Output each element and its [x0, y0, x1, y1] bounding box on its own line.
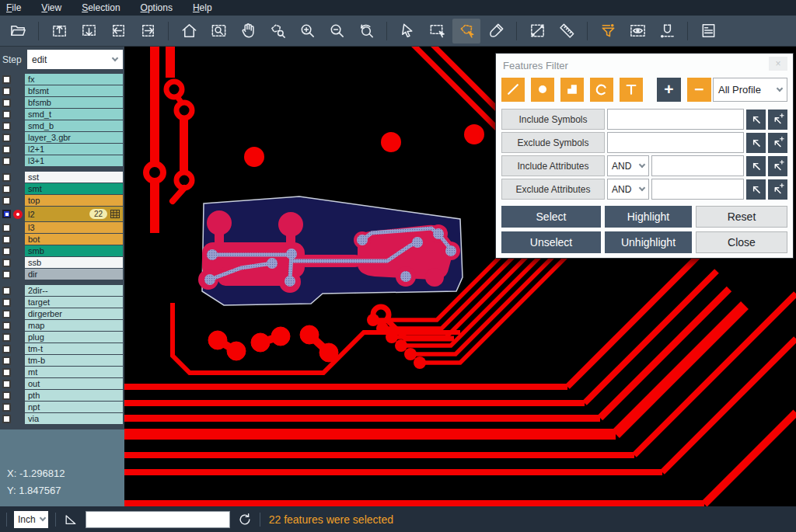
pick-from-canvas-icon[interactable]: [746, 179, 766, 200]
layer-visibility-checkbox[interactable]: [2, 157, 11, 165]
unselect-button[interactable]: Unselect: [501, 231, 601, 253]
layer-row-2dir--[interactable]: 2dir--: [0, 285, 124, 296]
layer-row-l3[interactable]: l3: [0, 222, 124, 233]
layer-visibility-checkbox[interactable]: [2, 99, 11, 107]
layer-visibility-checkbox[interactable]: [2, 310, 11, 318]
add-filter-button[interactable]: +: [657, 78, 681, 102]
home-view-button[interactable]: [175, 19, 203, 43]
layer-visibility-checkbox[interactable]: [2, 259, 11, 267]
exclude-symbols-button[interactable]: Exclude Symbols: [501, 132, 605, 153]
include-attributes-button[interactable]: Include Attributes: [501, 155, 605, 176]
text-feature-button[interactable]: [620, 78, 643, 102]
zoom-out-button[interactable]: [323, 19, 351, 43]
polygon-select-button[interactable]: [452, 19, 480, 43]
layer-visibility-checkbox[interactable]: [2, 210, 11, 218]
layer-visibility-checkbox[interactable]: [2, 403, 11, 412]
menu-options[interactable]: Options: [141, 2, 173, 13]
layer-row-fx[interactable]: fx: [0, 74, 124, 85]
layer-row-sst[interactable]: sst: [0, 172, 124, 183]
exclude-attributes-logic-select[interactable]: AND: [607, 179, 649, 200]
exclude-symbols-input[interactable]: [607, 132, 744, 153]
pan-left-button[interactable]: [104, 19, 132, 43]
pan-hand-button[interactable]: [234, 19, 262, 43]
pan-down-button[interactable]: [75, 19, 103, 43]
layer-row-plug[interactable]: plug: [0, 332, 124, 342]
exclude-attributes-button[interactable]: Exclude Attributes: [501, 179, 605, 200]
layer-visibility-checkbox[interactable]: [2, 391, 11, 400]
features-filter-button[interactable]: [594, 19, 622, 43]
layer-visibility-checkbox[interactable]: [2, 333, 11, 342]
layer-row-via[interactable]: via: [0, 413, 124, 424]
view-options-button[interactable]: [623, 19, 651, 43]
menu-help[interactable]: Help: [193, 2, 212, 13]
layer-visibility-checkbox[interactable]: [2, 380, 11, 388]
layer-visibility-checkbox[interactable]: [2, 185, 11, 193]
highlight-button[interactable]: Highlight: [605, 206, 692, 228]
layer-row-bfsmb[interactable]: bfsmb: [0, 97, 124, 108]
pick-add-icon[interactable]: [768, 133, 787, 153]
include-symbols-button[interactable]: Include Symbols: [501, 109, 605, 130]
layer-row-bfsmt[interactable]: bfsmt: [0, 85, 124, 96]
units-select[interactable]: Inch: [14, 511, 48, 528]
measure-diagonal-button[interactable]: [523, 19, 551, 43]
line-feature-button[interactable]: [501, 78, 525, 102]
layer-row-smb[interactable]: smb: [0, 245, 124, 256]
layer-row-layer_3.gbr[interactable]: layer_3.gbr: [0, 132, 124, 143]
zoom-area-button[interactable]: [204, 19, 232, 43]
layer-visibility-checkbox[interactable]: [2, 122, 11, 130]
layer-row-dir[interactable]: dir: [0, 269, 124, 280]
layer-visibility-checkbox[interactable]: [2, 298, 11, 307]
unhighlight-button[interactable]: Unhighlight: [605, 231, 692, 253]
layer-visibility-checkbox[interactable]: [2, 87, 11, 96]
zoom-in-button[interactable]: [293, 19, 321, 43]
layer-visibility-checkbox[interactable]: [2, 368, 11, 377]
layer-row-target[interactable]: target: [0, 297, 124, 308]
menu-selection[interactable]: Selection: [82, 2, 120, 13]
pick-add-icon[interactable]: [768, 156, 787, 176]
layer-visibility-checkbox[interactable]: [2, 110, 11, 119]
measure-ruler-button[interactable]: [553, 19, 581, 43]
include-attributes-input[interactable]: [651, 155, 744, 176]
profile-select[interactable]: All Profile: [713, 78, 787, 102]
layer-visibility-checkbox[interactable]: [2, 224, 11, 232]
pan-up-button[interactable]: [45, 19, 73, 43]
menu-view[interactable]: View: [41, 2, 61, 13]
select-button[interactable]: Select: [501, 206, 601, 228]
layer-visibility-checkbox[interactable]: [2, 287, 11, 295]
snap-angle-icon[interactable]: [63, 512, 79, 527]
layer-row-l3+1[interactable]: l3+1: [0, 155, 124, 166]
pad-feature-button[interactable]: [531, 78, 554, 102]
layer-row-top[interactable]: top: [0, 195, 124, 206]
layer-row-pth[interactable]: pth: [0, 390, 124, 401]
layer-visibility-checkbox[interactable]: [2, 415, 11, 423]
surface-feature-button[interactable]: [560, 78, 584, 102]
layer-row-l2+1[interactable]: l2+1: [0, 144, 124, 155]
layer-row-out[interactable]: out: [0, 378, 124, 389]
layer-row-l2[interactable]: l222: [0, 207, 124, 221]
layer-visibility-checkbox[interactable]: [2, 270, 11, 279]
dialog-title-bar[interactable]: Features Filter ×: [501, 54, 787, 74]
command-input[interactable]: [86, 511, 230, 528]
arc-feature-button[interactable]: [590, 78, 613, 102]
refresh-icon[interactable]: [237, 512, 253, 527]
layer-visibility-checkbox[interactable]: [2, 134, 11, 142]
snap-mode-button[interactable]: [653, 19, 681, 43]
remove-filter-button[interactable]: −: [687, 78, 711, 102]
pick-add-icon[interactable]: [768, 110, 787, 130]
layer-row-smt[interactable]: smt: [0, 183, 124, 194]
menu-file[interactable]: File: [6, 2, 21, 13]
layer-visibility-checkbox[interactable]: [2, 345, 11, 353]
close-icon[interactable]: ×: [769, 57, 787, 71]
layer-row-ssb[interactable]: ssb: [0, 257, 124, 268]
layer-visibility-checkbox[interactable]: [2, 196, 11, 205]
open-folder-button[interactable]: [4, 19, 32, 43]
include-attributes-logic-select[interactable]: AND: [607, 155, 649, 176]
layer-visibility-checkbox[interactable]: [2, 173, 11, 182]
pick-from-canvas-icon[interactable]: [746, 133, 766, 153]
zoom-previous-button[interactable]: [352, 19, 380, 43]
zoom-polygon-button[interactable]: [264, 19, 292, 43]
layer-visibility-checkbox[interactable]: [2, 356, 11, 365]
layer-visibility-checkbox[interactable]: [2, 322, 11, 330]
layer-row-bot[interactable]: bot: [0, 234, 124, 245]
layer-row-dirgerber[interactable]: dirgerber: [0, 308, 124, 319]
